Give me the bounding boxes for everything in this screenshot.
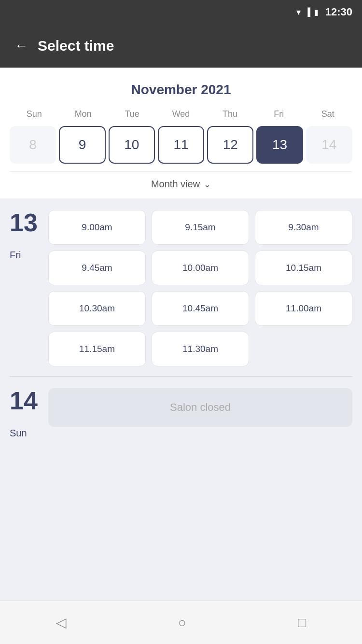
month-title: November 2021 [10,77,352,107]
bottom-nav: ◁ ○ □ [0,601,362,644]
month-view-toggle[interactable]: Month view ⌄ [10,171,352,198]
time-slot[interactable]: 11.15am [48,332,146,366]
time-slot[interactable]: 9.15am [152,210,249,245]
dow-cell: Thu [206,107,254,121]
date-cell-14: 14 [306,126,352,164]
dow-cell: Sat [304,107,352,121]
date-row: 891011121314 [10,126,352,171]
day-content-13: 13 Fri 9.00am9.15am9.30am9.45am10.00am10… [10,210,352,366]
time-slot[interactable]: 9.00am [48,210,146,245]
dow-cell: Mon [58,107,107,121]
time-section: 13 Fri 9.00am9.15am9.30am9.45am10.00am10… [0,198,362,601]
day-block-13: 13 Fri 9.00am9.15am9.30am9.45am10.00am10… [10,198,352,376]
back-nav-button[interactable]: ◁ [56,615,67,630]
time-slot[interactable]: 9.30am [255,210,352,245]
status-time: 12:30 [325,6,352,18]
time-slot[interactable]: 11.00am [255,291,352,326]
home-nav-button[interactable]: ○ [178,615,186,630]
day-number-14: 14 [10,388,39,413]
time-slot[interactable]: 11.30am [152,332,249,366]
day-name-fri: Fri [10,250,21,261]
app-header: ← Select time [0,24,362,68]
day-label-14: 14 Sun [10,388,39,439]
dow-cell: Sun [10,107,58,121]
time-grid-13: 9.00am9.15am9.30am9.45am10.00am10.15am10… [48,210,352,366]
signal-icon: ▐ [305,8,310,16]
time-slot[interactable]: 10.15am [255,251,352,285]
chevron-down-icon: ⌄ [204,179,211,190]
time-slot[interactable]: 10.00am [152,251,249,285]
battery-icon: ▮ [314,8,319,17]
date-cell-10[interactable]: 10 [109,126,155,164]
day-label-13: 13 Fri [10,210,39,261]
day-number-13: 13 [10,210,39,235]
recent-nav-button[interactable]: □ [298,615,306,630]
day-name-sun: Sun [10,428,27,439]
day-content-14: 14 Sun Salon closed [10,388,352,439]
date-cell-8: 8 [10,126,56,164]
date-cell-13[interactable]: 13 [256,126,303,164]
status-bar: ▾ ▐ ▮ 12:30 [0,0,362,24]
salon-closed-message: Salon closed [48,388,352,427]
dow-cell: Tue [108,107,156,121]
days-of-week-row: SunMonTueWedThuFriSat [10,107,352,121]
date-cell-12[interactable]: 12 [207,126,253,164]
date-cell-11[interactable]: 11 [158,126,204,164]
wifi-icon: ▾ [296,7,301,17]
calendar-section: November 2021 SunMonTueWedThuFriSat 8910… [0,68,362,198]
dow-cell: Fri [254,107,303,121]
date-cell-9[interactable]: 9 [59,126,105,164]
page-title: Select time [38,38,114,54]
dow-cell: Wed [156,107,205,121]
month-view-label: Month view [151,179,200,190]
time-slot[interactable]: 9.45am [48,251,146,285]
day-block-14: 14 Sun Salon closed [10,377,352,448]
time-slot[interactable]: 10.30am [48,291,146,326]
back-button[interactable]: ← [14,38,28,54]
time-slot[interactable]: 10.45am [152,291,249,326]
